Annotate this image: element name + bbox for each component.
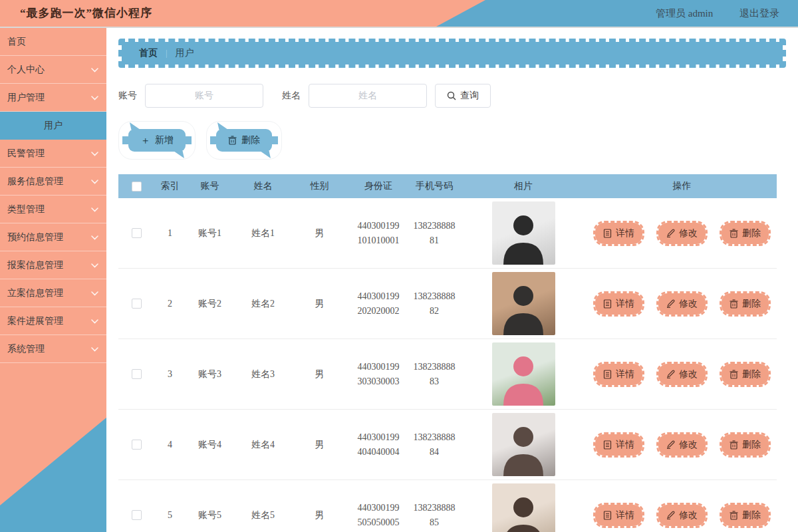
document-icon bbox=[603, 511, 612, 520]
document-icon bbox=[603, 370, 612, 379]
add-button-wrap: ＋ 新增 bbox=[118, 121, 196, 160]
table-row: 1 账号1 姓名1 男 440300199 101010001 13823888… bbox=[118, 198, 777, 269]
cell-name: 姓名4 bbox=[235, 439, 291, 451]
add-button[interactable]: ＋ 新增 bbox=[128, 129, 186, 152]
delete-button-label: 删除 bbox=[742, 227, 761, 239]
trash-icon bbox=[730, 440, 738, 450]
user-photo-girl-dark-top-rocks bbox=[492, 272, 555, 335]
column-header-gender: 性别 bbox=[291, 180, 348, 192]
delete-button[interactable]: 删除 bbox=[720, 503, 771, 528]
user-table: 索引 账号 姓名 性别 身份证 手机号码 相片 操作 1 账号1 姓名1 男 4… bbox=[118, 174, 777, 532]
sidebar-item-label: 用户 bbox=[44, 120, 63, 130]
trash-icon bbox=[730, 370, 738, 379]
cell-idcard: 440300199 404040004 bbox=[348, 430, 409, 460]
sidebar-item-label: 报案信息管理 bbox=[7, 260, 63, 270]
row-checkbox[interactable] bbox=[132, 440, 142, 450]
cell-account: 账号1 bbox=[185, 227, 235, 239]
cell-index: 3 bbox=[155, 369, 185, 380]
sidebar-item-label: 服务信息管理 bbox=[7, 176, 63, 186]
batch-delete-button[interactable]: 删除 bbox=[216, 129, 272, 152]
trash-icon bbox=[730, 299, 738, 309]
sidebar-item-label: 民警管理 bbox=[7, 148, 45, 158]
sidebar-item-案件进展管理[interactable]: 案件进展管理 bbox=[0, 307, 106, 335]
sidebar-item-label: 用户管理 bbox=[7, 92, 45, 102]
cell-account: 账号2 bbox=[185, 298, 235, 310]
plus-icon: ＋ bbox=[140, 136, 150, 146]
sidebar-item-label: 类型管理 bbox=[7, 204, 45, 214]
sidebar-item-label: 立案信息管理 bbox=[7, 288, 63, 298]
detail-button[interactable]: 详情 bbox=[593, 503, 644, 528]
edit-button[interactable]: 修改 bbox=[656, 291, 708, 317]
user-photo-girl-choker-beige bbox=[492, 483, 555, 532]
ribbon-tab bbox=[185, 136, 192, 144]
sidebar-item-label: 预约信息管理 bbox=[7, 232, 63, 242]
page-title: “最多跑一次”微信小程序 bbox=[20, 0, 152, 27]
detail-button-label: 详情 bbox=[616, 509, 634, 521]
edit-button[interactable]: 修改 bbox=[656, 432, 708, 458]
cell-index: 2 bbox=[155, 299, 185, 309]
cell-name: 姓名2 bbox=[235, 298, 291, 310]
sidebar-item-立案信息管理[interactable]: 立案信息管理 bbox=[0, 279, 106, 307]
column-header-actions: 操作 bbox=[587, 180, 777, 192]
sidebar-item-首页[interactable]: 首页 bbox=[0, 28, 106, 56]
breadcrumb-home[interactable]: 首页 bbox=[139, 47, 158, 59]
account-label: 账号 bbox=[118, 90, 137, 102]
pencil-icon bbox=[666, 440, 675, 449]
row-checkbox[interactable] bbox=[132, 299, 142, 309]
chevron-down-icon bbox=[91, 335, 98, 363]
sidebar-item-预约信息管理[interactable]: 预约信息管理 bbox=[0, 223, 106, 251]
row-checkbox[interactable] bbox=[132, 228, 142, 238]
cell-gender: 男 bbox=[291, 439, 348, 451]
edit-button-label: 修改 bbox=[679, 439, 698, 451]
detail-button[interactable]: 详情 bbox=[593, 432, 644, 458]
column-header-idcard: 身份证 bbox=[348, 179, 409, 194]
detail-button[interactable]: 详情 bbox=[593, 362, 644, 387]
edit-button[interactable]: 修改 bbox=[656, 221, 708, 246]
delete-button[interactable]: 删除 bbox=[720, 362, 771, 387]
sidebar-item-用户[interactable]: 用户 bbox=[0, 112, 106, 140]
sidebar-item-服务信息管理[interactable]: 服务信息管理 bbox=[0, 168, 106, 196]
detail-button[interactable]: 详情 bbox=[593, 291, 644, 317]
sidebar-item-用户管理[interactable]: 用户管理 bbox=[0, 84, 106, 112]
cell-gender: 男 bbox=[291, 509, 348, 521]
cell-account: 账号3 bbox=[185, 368, 235, 380]
select-all-checkbox[interactable] bbox=[132, 182, 142, 192]
sidebar-item-类型管理[interactable]: 类型管理 bbox=[0, 196, 106, 223]
ribbon-corner bbox=[174, 151, 184, 158]
sidebar-item-系统管理[interactable]: 系统管理 bbox=[0, 335, 106, 363]
query-button[interactable]: 查询 bbox=[435, 84, 491, 108]
sidebar-item-报案信息管理[interactable]: 报案信息管理 bbox=[0, 251, 106, 279]
detail-button-label: 详情 bbox=[616, 368, 634, 380]
cell-phone: 138238888 83 bbox=[409, 360, 460, 389]
column-header-account: 账号 bbox=[185, 180, 235, 192]
cell-gender: 男 bbox=[291, 227, 348, 239]
detail-button[interactable]: 详情 bbox=[593, 221, 644, 246]
delete-button[interactable]: 删除 bbox=[720, 291, 771, 317]
delete-button[interactable]: 删除 bbox=[720, 221, 771, 246]
cell-idcard: 440300199 303030003 bbox=[348, 360, 409, 389]
account-input[interactable] bbox=[145, 84, 263, 108]
name-label: 姓名 bbox=[282, 90, 301, 102]
cell-account: 账号4 bbox=[185, 439, 235, 451]
cell-phone: 138238888 81 bbox=[409, 219, 460, 248]
sidebar-item-民警管理[interactable]: 民警管理 bbox=[0, 140, 106, 168]
cell-idcard: 440300199 202020002 bbox=[348, 289, 409, 319]
toolbar: ＋ 新增 删除 bbox=[118, 121, 787, 160]
edit-button[interactable]: 修改 bbox=[656, 503, 708, 528]
cell-index: 1 bbox=[155, 228, 185, 239]
breadcrumb: 首页 | 用户 bbox=[118, 39, 786, 68]
delete-button[interactable]: 删除 bbox=[720, 432, 771, 458]
sidebar-accent-triangle bbox=[0, 418, 106, 532]
edit-button-label: 修改 bbox=[679, 298, 698, 310]
name-input[interactable] bbox=[309, 84, 427, 108]
row-checkbox[interactable] bbox=[132, 369, 142, 379]
cell-phone: 138238888 85 bbox=[409, 501, 460, 530]
chevron-down-icon bbox=[91, 223, 98, 251]
sidebar-item-个人中心[interactable]: 个人中心 bbox=[0, 56, 106, 84]
edit-button-label: 修改 bbox=[679, 368, 698, 380]
edit-button[interactable]: 修改 bbox=[656, 362, 708, 387]
row-checkbox[interactable] bbox=[132, 510, 142, 520]
pencil-icon bbox=[666, 370, 675, 378]
delete-button-label: 删除 bbox=[742, 298, 761, 310]
logout-button[interactable]: 退出登录 bbox=[739, 8, 779, 19]
